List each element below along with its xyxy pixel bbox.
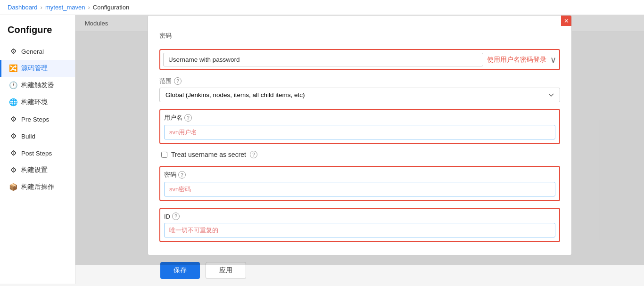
id-input[interactable] bbox=[164, 223, 555, 237]
scm-icon: 🔀 bbox=[9, 64, 17, 73]
sidebar-label-env: 构建环境 bbox=[21, 98, 48, 106]
sidebar-item-presteps[interactable]: ⚙ Pre Steps bbox=[0, 111, 75, 128]
sidebar-item-postbuild[interactable]: 📦 构建后操作 bbox=[0, 179, 75, 196]
sidebar-label-triggers: 构建触发器 bbox=[21, 81, 54, 90]
sidebar-item-buildsettings[interactable]: ⚙ 构建设置 bbox=[0, 162, 75, 179]
breadcrumb: Dashboard › mytest_maven › Configuration bbox=[0, 0, 644, 15]
sidebar: Configure ⚙ General 🔀 源码管理 🕐 构建触发器 🌐 构建环… bbox=[0, 15, 75, 284]
scope-row: 范围 ? Global (Jenkins, nodes, items, all … bbox=[159, 77, 560, 102]
username-label-text: 用户名 bbox=[164, 114, 182, 122]
scope-label-row: 范围 ? bbox=[159, 77, 560, 85]
modal-close-button[interactable]: ✕ bbox=[561, 16, 571, 26]
presteps-icon: ⚙ bbox=[9, 115, 17, 123]
sidebar-item-triggers[interactable]: 🕐 构建触发器 bbox=[0, 77, 75, 94]
id-help-icon[interactable]: ? bbox=[172, 212, 180, 220]
sidebar-label-scm: 源码管理 bbox=[21, 64, 48, 73]
modal-overlay: ✕ 密码 使用用户名密码登录 ∨ 范围 ? bbox=[75, 15, 644, 265]
kind-input[interactable] bbox=[163, 53, 483, 66]
username-help-icon[interactable]: ? bbox=[184, 114, 192, 122]
buildsettings-icon: ⚙ bbox=[9, 166, 17, 174]
build-icon: ⚙ bbox=[9, 132, 17, 140]
id-label-row: ID ? bbox=[164, 212, 555, 220]
sidebar-item-general[interactable]: ⚙ General bbox=[0, 43, 75, 60]
breadcrumb-sep-1: › bbox=[41, 4, 42, 11]
sidebar-label-buildsettings: 构建设置 bbox=[21, 166, 48, 174]
password-input[interactable] bbox=[164, 182, 555, 196]
sidebar-label-poststeps: Post Steps bbox=[21, 150, 52, 157]
treat-username-row: Treat username as secret ? bbox=[159, 151, 560, 158]
sidebar-item-scm[interactable]: 🔀 源码管理 bbox=[0, 60, 75, 77]
password-field-box: 密码 ? bbox=[159, 166, 560, 201]
kind-dropdown-icon[interactable]: ∨ bbox=[550, 55, 556, 65]
postbuild-icon: 📦 bbox=[9, 183, 17, 191]
credential-modal: ✕ 密码 使用用户名密码登录 ∨ 范围 ? bbox=[148, 15, 572, 255]
breadcrumb-sep-2: › bbox=[88, 4, 90, 11]
sidebar-label-general: General bbox=[21, 48, 44, 55]
breadcrumb-dashboard[interactable]: Dashboard bbox=[8, 4, 38, 11]
treat-username-help-icon[interactable]: ? bbox=[250, 151, 257, 158]
breadcrumb-current: Configuration bbox=[93, 4, 129, 11]
treat-username-label: Treat username as secret bbox=[171, 151, 246, 158]
sidebar-label-postbuild: 构建后操作 bbox=[21, 183, 54, 191]
poststeps-icon: ⚙ bbox=[9, 149, 17, 157]
username-field-box: 用户名 ? bbox=[159, 109, 560, 144]
modal-close-bar: ✕ bbox=[148, 16, 571, 26]
sidebar-item-env[interactable]: 🌐 构建环境 bbox=[0, 94, 75, 111]
gear-icon: ⚙ bbox=[9, 47, 17, 56]
sidebar-item-build[interactable]: ⚙ Build bbox=[0, 128, 75, 145]
sidebar-item-poststeps[interactable]: ⚙ Post Steps bbox=[0, 145, 75, 162]
treat-username-checkbox[interactable] bbox=[161, 152, 167, 158]
kind-box: 使用用户名密码登录 ∨ bbox=[159, 49, 560, 70]
sidebar-label-presteps: Pre Steps bbox=[21, 116, 49, 123]
sidebar-label-build: Build bbox=[21, 133, 35, 140]
trigger-icon: 🕐 bbox=[9, 81, 17, 90]
modal-body: 密码 使用用户名密码登录 ∨ 范围 ? Globa bbox=[148, 26, 571, 255]
username-input[interactable] bbox=[164, 125, 555, 139]
kind-chinese-label: 使用用户名密码登录 bbox=[487, 56, 546, 64]
main-content: Modules ✕ 密码 使用用户名密码登录 ∨ bbox=[75, 15, 644, 284]
password-help-icon[interactable]: ? bbox=[178, 171, 186, 179]
id-field-box: ID ? bbox=[159, 208, 560, 242]
password-label-row: 密码 ? bbox=[164, 171, 555, 179]
password-label-text: 密码 bbox=[164, 171, 176, 179]
env-icon: 🌐 bbox=[9, 98, 17, 106]
id-label-text: ID bbox=[164, 213, 170, 220]
scope-help-icon[interactable]: ? bbox=[174, 77, 182, 85]
scope-label-text: 范围 bbox=[159, 77, 172, 85]
scope-select[interactable]: Global (Jenkins, nodes, items, all child… bbox=[159, 88, 560, 102]
partial-top-label: 密码 bbox=[159, 30, 560, 44]
breadcrumb-project[interactable]: mytest_maven bbox=[45, 4, 85, 11]
sidebar-title: Configure bbox=[0, 20, 75, 43]
username-label-row: 用户名 ? bbox=[164, 114, 555, 122]
